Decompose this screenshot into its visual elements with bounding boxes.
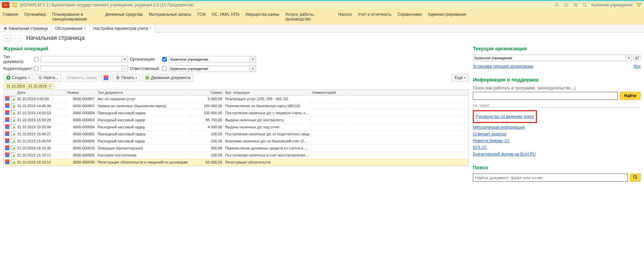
menu-item[interactable]: ГСМ	[197, 12, 206, 17]
table-row[interactable]: 31.10.2019 15:06:270000-000005Приходный …	[4, 131, 468, 138]
menu-item[interactable]: Учет и отчетность	[358, 12, 391, 17]
movements-button[interactable]: Движения документа	[142, 74, 193, 81]
more-button[interactable]: Еще▾	[452, 74, 469, 81]
print-button[interactable]: Печать ▾	[113, 74, 140, 81]
forward-button[interactable]: →	[15, 35, 23, 42]
dropdown-icon[interactable]: ▼	[250, 65, 256, 72]
cancel-find-button[interactable]: Отменить поиск	[63, 74, 99, 81]
open-org-button[interactable]	[633, 55, 641, 61]
close-icon[interactable]: ×	[48, 84, 52, 88]
menu-item[interactable]: Справочники	[397, 12, 422, 17]
menu-item[interactable]: Администрирование	[428, 12, 466, 17]
cell-sum: 95 700,00	[190, 117, 224, 123]
corr-field[interactable]	[41, 65, 122, 72]
create-button[interactable]: Создать ▾	[3, 74, 33, 81]
burger-icon[interactable]	[12, 3, 17, 7]
dropdown-icon[interactable]: ▼	[626, 55, 632, 61]
cell-number: 0000-000005	[66, 138, 96, 144]
set-org-link[interactable]: Установка текущей организации	[473, 64, 533, 69]
table-header: Дата Номер Тип документа Сумма Бух. опер…	[4, 90, 468, 95]
menu-item[interactable]: Имущество казны	[246, 12, 279, 17]
col-comment[interactable]: Комментарий	[311, 90, 351, 95]
info-link[interactable]: Бухгалтерский форум на BUH.RU	[473, 152, 641, 156]
cell-op: Выдача наличных д/с контрагенту	[224, 117, 311, 123]
table-row[interactable]: 31.10.2019 14:55:530000-000004Приходный …	[4, 110, 468, 117]
titlebar-org-label[interactable]: Казенное учреждение	[591, 3, 633, 7]
info-search-input[interactable]	[473, 92, 618, 100]
table-row[interactable]: 31.10.2019 14:45:340000-000002Заявка на …	[4, 103, 468, 110]
table-row[interactable]: 31.10.2019 15:05:060000-000004Расходный …	[4, 124, 468, 131]
dtkt-icon	[104, 75, 108, 80]
corr-check[interactable]	[34, 66, 39, 71]
resp-field[interactable]	[169, 65, 250, 72]
date-range-chip[interactable]: 31.10.2019 - 31.10.2019 ×	[3, 83, 55, 89]
col-doc-type[interactable]: Тип документа	[96, 90, 190, 95]
info-link[interactable]: Руководство по ведению учета	[476, 114, 534, 119]
col-date[interactable]: Дата	[16, 90, 66, 95]
search-icon[interactable]	[582, 2, 588, 8]
cell-date: 31.10.2019 15:05:06	[16, 124, 66, 130]
table-row[interactable]: 31.10.2019 0:00:000000-000007Акт об оказ…	[4, 95, 468, 103]
find-button[interactable]: Найти...	[35, 74, 61, 81]
info-link[interactable]: БУХ.1С	[473, 145, 641, 150]
cancel-find-label: Отменить поиск	[66, 75, 96, 80]
table-row[interactable]: 31.10.2019 15:03:290000-000003Расходный …	[4, 117, 468, 124]
tab-label: Обслуживание	[55, 26, 83, 31]
dropdown-icon[interactable]: ▼	[122, 56, 128, 63]
menu-item[interactable]: Денежные средства	[105, 12, 143, 17]
org-check[interactable]	[162, 57, 167, 62]
cell-op: Реализация услуг (205, 209 - 401.10)	[224, 96, 311, 102]
cell-date: 31.10.2019 15:16:35	[16, 145, 66, 151]
table-row[interactable]: 31.10.2019 15:18:120000-000030Регистраци…	[4, 159, 468, 166]
col-op[interactable]: Бух. операция	[224, 90, 311, 95]
star-icon[interactable]	[573, 2, 579, 8]
dtkt-icon	[5, 138, 10, 143]
doc-icon	[11, 159, 16, 164]
bell-icon[interactable]	[554, 2, 560, 8]
cell-comment	[311, 126, 351, 128]
ellipsis-icon[interactable]: ...	[122, 65, 128, 72]
logo-1c: 1C	[2, 2, 9, 8]
history-icon[interactable]	[563, 2, 569, 8]
cell-comment	[311, 119, 351, 121]
table-row[interactable]: 31.10.2019 15:18:110000-000003Кассовое п…	[4, 152, 468, 159]
info-find-button[interactable]: Найти	[620, 92, 641, 100]
more-label: Еще	[455, 75, 463, 80]
menu-item[interactable]: Главное	[3, 12, 18, 17]
cell-number: 0000-000002	[66, 103, 96, 109]
all-link[interactable]: Все	[634, 64, 641, 69]
close-icon[interactable]: ×	[149, 26, 152, 31]
menu-item[interactable]: Услуги, работы, производство	[285, 12, 332, 21]
info-link[interactable]: Отвечает аудитор	[473, 132, 641, 136]
table-row[interactable]: 31.10.2019 15:16:350000-000016Операция (…	[4, 145, 468, 152]
cell-sum: 100,00	[190, 152, 224, 158]
resp-check[interactable]	[162, 66, 167, 71]
org-field[interactable]	[169, 56, 250, 63]
doc-type-field[interactable]	[41, 56, 122, 63]
menu-item[interactable]: Планирование и санкционирование	[52, 12, 99, 21]
menu-item[interactable]: Материальные запасы	[149, 12, 191, 17]
back-button[interactable]: ←	[3, 35, 11, 42]
col-number[interactable]: Номер	[66, 90, 96, 95]
tab[interactable]: Обслуживание×	[51, 24, 90, 33]
col-sum[interactable]: Сумма	[190, 90, 224, 95]
info-link[interactable]: Методическая информация	[473, 125, 641, 130]
global-search-button[interactable]	[630, 174, 641, 182]
menu-item[interactable]: Налоги	[338, 12, 352, 17]
tab[interactable]: Настройка параметров учета×	[90, 24, 155, 33]
table-row[interactable]: 31.10.2019 15:06:590000-000005Расходный …	[4, 138, 468, 145]
dtkt-button[interactable]	[101, 74, 111, 81]
cell-sum: 100,00	[190, 138, 224, 144]
close-icon[interactable]: ×	[84, 26, 86, 31]
dropdown-icon[interactable]: ▼	[250, 56, 256, 63]
tab[interactable]: Начальная страница	[0, 24, 51, 33]
journal-heading: Журнал операций	[3, 46, 469, 51]
doc-type-check[interactable]	[34, 57, 39, 62]
info-link[interactable]: Новости фирмы 1С	[473, 138, 641, 143]
menu-item[interactable]: ОС, НМА, НПА	[212, 12, 240, 17]
panel-icon[interactable]	[636, 2, 642, 8]
cell-doc-type: Операция (бухгалтерская)	[96, 145, 190, 151]
menu-item[interactable]: Органайзер	[24, 12, 46, 17]
global-search-input[interactable]	[473, 174, 628, 182]
current-org-field[interactable]	[473, 55, 626, 61]
